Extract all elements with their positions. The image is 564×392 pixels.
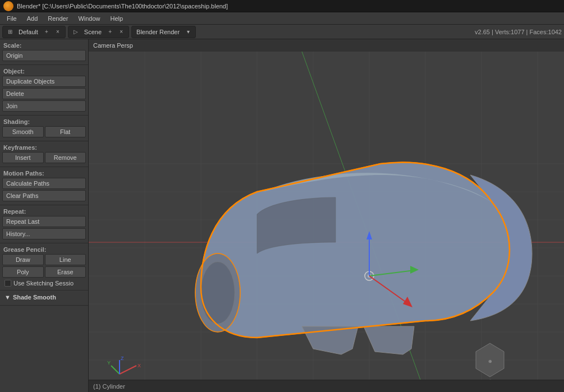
menu-help[interactable]: Help [106,14,128,23]
keyframes-section: Keyframes: Insert Remove [0,141,88,167]
shading-title: Shading: [2,117,86,126]
viewport-header: Camera Persp [89,39,564,52]
layout-group: ⊞ Default + × [2,26,66,38]
flat-button[interactable]: Flat [45,126,86,137]
remove-button[interactable]: Remove [45,152,86,163]
renderer-dropdown-icon[interactable]: ▾ [183,27,193,37]
scene-canvas[interactable]: ⊕ ⊕ X Y Z [89,52,564,380]
shading-buttons-row: Smooth Flat [2,126,86,137]
draw-button[interactable]: Draw [2,254,44,265]
left-panel: Scale: Origin Object: Duplicate Objects … [0,39,89,392]
menu-bar: File Add Render Window Help [0,12,564,25]
layout-add-icon[interactable]: + [42,27,52,37]
viewport-header-label: Camera Persp [93,42,133,49]
toolbar-row: ⊞ Default + × ▷ Scene + × Blender Render… [0,25,564,39]
grease-pencil-section: Grease Pencil: Draw Line Poly Erase Use … [0,243,88,290]
layout-close-icon[interactable]: × [53,27,63,37]
layout-label: Default [16,29,40,35]
svg-text:⊕: ⊕ [488,359,492,364]
scale-title: Scale: [2,40,86,50]
shading-section: Shading: Smooth Flat [0,116,88,141]
erase-button[interactable]: Erase [45,266,86,278]
menu-render[interactable]: Render [43,14,72,23]
object-section: Object: Duplicate Objects Delete Join [0,65,88,116]
grease-pencil-row2: Poly Erase [2,266,86,278]
clear-paths-button[interactable]: Clear Paths [2,190,86,201]
svg-text:X: X [137,363,141,368]
title-bar: Blender* [C:\Users\Public\Documents\The1… [0,0,564,12]
join-button[interactable]: Join [2,100,86,112]
use-sketching-row: Use Sketching Sessio [2,279,86,288]
poly-button[interactable]: Poly [2,266,44,278]
origin-button[interactable]: Origin [2,50,86,61]
history-button[interactable]: History... [2,228,86,239]
use-sketching-checkbox[interactable] [4,280,11,287]
renderer-group: Blender Render ▾ [131,26,196,38]
version-info: v2.65 | Verts:1077 | Faces:1042 [475,29,562,35]
scene-group: ▷ Scene + × [68,26,129,38]
shade-smooth-title: Shade Smooth [13,294,56,301]
viewport-bottom-bar: (1) Cylinder [89,380,564,392]
renderer-label: Blender Render [134,29,182,35]
line-button[interactable]: Line [45,254,86,265]
menu-window[interactable]: Window [74,14,104,23]
grease-pencil-title: Grease Pencil: [2,245,86,254]
menu-add[interactable]: Add [22,14,43,23]
main-content: Scale: Origin Object: Duplicate Objects … [0,39,564,392]
keyframes-title: Keyframes: [2,142,86,152]
svg-point-21 [201,262,235,324]
scene-add-icon[interactable]: + [105,27,115,37]
viewport[interactable]: Camera Persp [89,39,564,392]
shade-smooth-arrow-icon: ▼ [4,294,11,301]
grease-pencil-row1: Draw Line [2,254,86,265]
smooth-button[interactable]: Smooth [2,126,44,137]
shade-smooth-header[interactable]: ▼ Shade Smooth [2,292,86,303]
svg-text:Y: Y [107,360,111,366]
scene-icon: ▷ [71,27,81,37]
repeat-last-button[interactable]: Repeat Last [2,216,86,227]
scene-close-icon[interactable]: × [116,27,126,37]
blender-logo-icon [3,1,13,11]
selected-object-label: (1) Cylinder [93,383,125,390]
viewport-grid: ⊕ ⊕ X Y Z [89,52,564,380]
insert-button[interactable]: Insert [2,152,44,163]
menu-file[interactable]: File [2,14,21,23]
window-title: Blender* [C:\Users\Public\Documents\The1… [17,3,228,10]
delete-button[interactable]: Delete [2,88,86,99]
scale-section: Scale: Origin [0,39,88,65]
layout-icon: ⊞ [5,27,15,37]
motion-paths-section: Motion Paths: Calculate Paths Clear Path… [0,167,88,205]
repeat-title: Repeat: [2,206,86,216]
use-sketching-label: Use Sketching Sessio [13,280,74,287]
motion-paths-title: Motion Paths: [2,168,86,178]
scene-label: Scene [82,29,104,35]
calculate-paths-button[interactable]: Calculate Paths [2,178,86,189]
duplicate-objects-button[interactable]: Duplicate Objects [2,76,86,87]
shade-smooth-section: ▼ Shade Smooth [0,290,88,306]
repeat-section: Repeat: Repeat Last History... [0,205,88,243]
object-title: Object: [2,66,86,76]
keyframes-buttons-row: Insert Remove [2,152,86,163]
svg-text:Z: Z [121,356,124,361]
